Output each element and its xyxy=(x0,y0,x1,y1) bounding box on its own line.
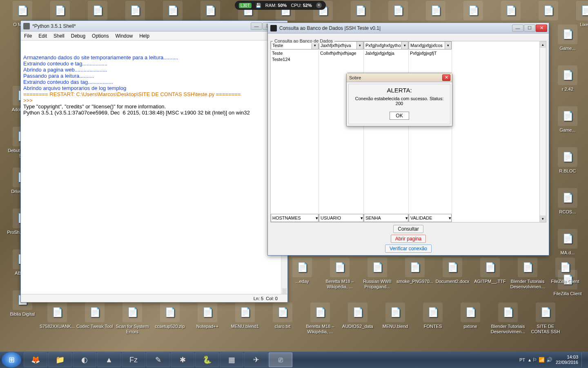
desktop-icon[interactable]: 📄AUDIOS2_data xyxy=(339,303,376,329)
scroll-down-icon[interactable]: ▾ xyxy=(540,215,546,222)
desktop-icon[interactable]: 📄Lixe... xyxy=(568,1,588,27)
lang-indicator[interactable]: PT xyxy=(519,357,525,362)
verificar-conexao-button[interactable]: Verificar conexão xyxy=(385,245,432,253)
cell[interactable]: PxfgjxfgjxgfjT xyxy=(410,50,450,56)
volume-icon[interactable]: 🔊 xyxy=(546,357,552,363)
abrir-pagina-button[interactable]: Abrir pagina xyxy=(391,235,426,243)
menu-edit[interactable]: Edit xyxy=(38,33,47,39)
scroll-up-icon[interactable]: ▴ xyxy=(540,41,546,48)
close-icon[interactable]: × xyxy=(316,2,322,8)
desktop-icon[interactable]: 📄 xyxy=(154,1,191,22)
taskbar-app-tk[interactable]: ▦ xyxy=(220,352,243,367)
menu-debug[interactable]: Debug xyxy=(71,33,85,39)
taskbar-app-explorer[interactable]: 📁 xyxy=(48,352,72,367)
desktop-icon[interactable]: 📄ccsetup520.zip xyxy=(151,303,188,329)
desktop-icon[interactable]: 📄Scan for System Errors xyxy=(114,303,151,334)
desktop-icon[interactable]: 📄r 2.42 xyxy=(549,65,586,92)
idle-console[interactable]: Armazenando dados do site temporariament… xyxy=(21,40,287,294)
column-header-combo[interactable]: Marxfgjxfgjxfcos▾ xyxy=(409,41,452,49)
desktop-icon[interactable]: 📄SITE DE CONTAS SSH xyxy=(527,303,564,334)
tray-icons[interactable]: ▴ ⚐ 📶 🔊 xyxy=(528,357,552,363)
minimize-button[interactable]: — xyxy=(251,22,262,30)
modal-titlebar[interactable]: Sobre ✕ xyxy=(347,73,452,82)
desktop-icon[interactable]: 📄AGITPM__.TTF xyxy=(472,258,508,284)
desktop-icon[interactable]: 📄Beretta M18 – Wikipédia, ... xyxy=(302,303,339,334)
desktop-icon[interactable]: 📄Beretta M18 – Wikipédia, ... xyxy=(321,258,358,289)
desktop-icon[interactable]: 📄 xyxy=(492,1,529,22)
desktop-icon[interactable]: 📄 xyxy=(530,1,567,22)
desktop-icon[interactable]: 📄R.BLOC xyxy=(549,147,586,174)
column-footer-combo[interactable]: HOSTNAMES▾ xyxy=(271,214,318,222)
desktop-icon[interactable]: 📄 xyxy=(342,1,379,22)
desktop-icon[interactable]: 📄Blender Tutoriais Desenvolvimen... xyxy=(490,303,526,334)
chevron-down-icon[interactable]: ▾ xyxy=(401,42,408,49)
idle-titlebar[interactable]: *Python 3.5.1 Shell* — ☐ ✕ xyxy=(21,21,287,31)
cell[interactable]: Jalxfgjxfgjxfgja xyxy=(365,50,407,56)
column-footer-combo[interactable]: SENHA▾ xyxy=(364,214,408,222)
maximize-button[interactable]: ☐ xyxy=(524,25,535,32)
consultar-button[interactable]: Consultar xyxy=(393,225,423,233)
chevron-down-icon[interactable]: ▾ xyxy=(449,215,451,221)
taskbar-app-py[interactable]: 🐍 xyxy=(195,352,219,367)
desktop-icon[interactable]: 📄pxtone xyxy=(452,303,489,329)
column-footer-combo[interactable]: USUARIO▾ xyxy=(319,214,363,222)
start-button[interactable]: ⊞ xyxy=(2,352,21,368)
show-desktop-button[interactable] xyxy=(581,352,586,367)
taskbar-app-tg[interactable]: ✈ xyxy=(244,352,268,367)
menu-window[interactable]: Window xyxy=(115,33,133,39)
scrollbar[interactable]: ▴▾ xyxy=(539,41,546,222)
desktop-icon[interactable]: 📄Blender Tutoriais Desenvolvimen... xyxy=(509,258,546,289)
cell[interactable]: Collxfhjxfhjxfhjage xyxy=(320,50,362,56)
cell[interactable]: Teste124 xyxy=(272,56,317,63)
close-button[interactable]: ✕ xyxy=(536,25,547,32)
tray-up-icon[interactable]: ▴ xyxy=(528,357,531,363)
desktop-icon[interactable]: 📄 xyxy=(79,1,116,22)
menu-file[interactable]: File xyxy=(24,33,32,39)
desktop-icon[interactable]: 📄 xyxy=(417,1,454,22)
network-icon[interactable]: 📶 xyxy=(539,357,545,363)
ssh-titlebar[interactable]: Consulta ao Banco de Dados |SSH Teste v0… xyxy=(268,23,549,34)
desktop-icon[interactable]: 📄Notepad++ xyxy=(189,303,226,329)
taskbar-app-x[interactable]: ✱ xyxy=(171,352,194,367)
desktop-icon[interactable]: 📄smoke_PNG970... xyxy=(396,258,433,284)
taskbar-app-ccleaner[interactable]: ◐ xyxy=(73,352,96,367)
close-button[interactable]: ✕ xyxy=(442,74,450,81)
desktop-icon[interactable]: 📄FileZilla Client xyxy=(547,258,584,284)
menu-options[interactable]: Options xyxy=(92,33,109,39)
menu-help[interactable]: Help xyxy=(139,33,149,39)
desktop-icon[interactable]: 📄MENU.blend xyxy=(377,303,414,329)
desktop-icon[interactable]: 📄 xyxy=(455,1,492,22)
desktop-icon[interactable]: 📄 xyxy=(117,1,154,22)
desktop-icon[interactable]: 📄Codec Tweak Tool xyxy=(76,303,113,329)
desktop-icon[interactable]: 📄 xyxy=(192,1,229,22)
desktop-icon[interactable]: 📄S7582XXUANK... xyxy=(39,303,76,329)
clock[interactable]: 14:03 22/09/2016 xyxy=(556,355,578,365)
column-values[interactable]: TesteTeste124 xyxy=(271,49,318,214)
taskbar-app-cmd[interactable]: ⎚ xyxy=(269,352,292,367)
desktop-icon[interactable]: 📄RCOS... xyxy=(549,188,586,215)
chevron-down-icon[interactable]: ▾ xyxy=(445,42,451,49)
taskbar-app-filezilla[interactable]: Fz xyxy=(122,352,145,367)
cell[interactable]: Teste xyxy=(272,50,317,56)
taskbar-app-npp[interactable]: ✎ xyxy=(146,352,170,367)
chevron-down-icon[interactable]: ▾ xyxy=(316,215,318,221)
chevron-down-icon[interactable]: ▾ xyxy=(361,215,363,221)
desktop-icon[interactable]: 📄FONTES xyxy=(414,303,451,329)
taskbar-app-firefox[interactable]: 🦊 xyxy=(24,352,47,367)
ok-button[interactable]: OK xyxy=(390,112,409,120)
chevron-down-icon[interactable]: ▾ xyxy=(405,215,408,221)
desktop-icon[interactable]: 📄MA.d... xyxy=(549,229,586,256)
desktop-icon[interactable]: 📄Game... xyxy=(549,106,586,133)
desktop-icon[interactable]: 📄claro.txt xyxy=(264,303,301,329)
chevron-down-icon[interactable]: ▾ xyxy=(356,42,363,49)
column-footer-combo[interactable]: VALIDADE▾ xyxy=(409,214,452,222)
desktop-icon[interactable]: 📄MENU.blend1 xyxy=(227,303,263,329)
desktop-icon[interactable]: 📄...eday xyxy=(284,258,321,284)
desktop-icon[interactable]: 📄Russian WWII Propagand... xyxy=(359,258,396,289)
menu-shell[interactable]: Shell xyxy=(53,33,65,39)
minimize-button[interactable]: — xyxy=(512,25,523,32)
taskbar-app-a[interactable]: ▲ xyxy=(97,352,121,367)
desktop-icon[interactable]: 📄Game... xyxy=(549,25,586,51)
column-header-combo[interactable]: Pxfgjhxfghxfgytho▾ xyxy=(364,41,408,49)
flag-icon[interactable]: ⚐ xyxy=(532,357,537,363)
